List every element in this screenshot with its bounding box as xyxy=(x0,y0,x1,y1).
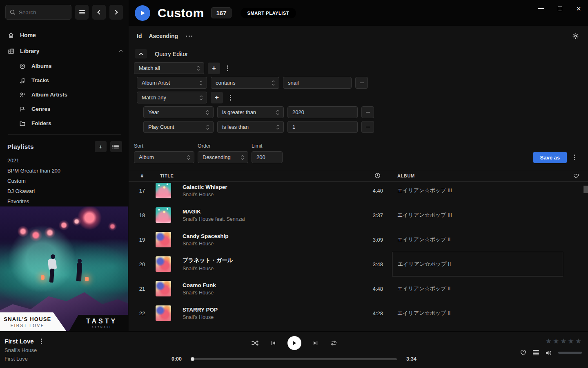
limit-input[interactable] xyxy=(252,151,283,163)
sidebar-item-album-artists[interactable]: Album Artists xyxy=(19,88,122,102)
table-row[interactable]: 18 MAGIKSnail’s House feat. Sennzai 3:37… xyxy=(129,203,588,227)
group-match-select[interactable]: Match any xyxy=(137,92,207,103)
volume-button[interactable] xyxy=(545,350,552,356)
root-match-select[interactable]: Match all xyxy=(134,62,204,74)
track-album-selected-cell[interactable]: エイリアン☆ポップ II xyxy=(392,252,563,276)
remove-rule-button[interactable] xyxy=(361,106,374,118)
next-button[interactable] xyxy=(312,340,319,346)
more-options-button[interactable] xyxy=(186,36,192,37)
repeat-button[interactable] xyxy=(330,340,337,346)
add-rule-button[interactable]: + xyxy=(211,92,223,103)
queue-button[interactable] xyxy=(533,350,539,356)
total-time: 3:34 xyxy=(403,356,416,362)
rule-operator-select[interactable]: is less than xyxy=(217,121,284,133)
track-album[interactable]: エイリアン☆ポップ II xyxy=(392,227,563,252)
volume-slider[interactable] xyxy=(558,352,582,354)
table-row[interactable]: 21 Cosmo FunkSnail’s House 4:48 エイリアン☆ポッ… xyxy=(129,276,588,301)
column-album[interactable]: ALBUM xyxy=(389,173,564,178)
now-playing-more-button[interactable] xyxy=(38,339,45,344)
track-artist[interactable]: Snail’s House xyxy=(183,266,352,272)
column-title[interactable]: TITLE xyxy=(156,173,352,178)
rule-field-select[interactable]: Play Count xyxy=(143,121,214,133)
add-playlist-button[interactable]: + xyxy=(95,141,107,152)
playlist-item[interactable]: Favorites xyxy=(7,196,121,206)
seek-handle[interactable] xyxy=(191,357,194,361)
track-album[interactable]: エイリアン☆ポップ II xyxy=(392,301,563,325)
save-more-button[interactable] xyxy=(570,152,578,163)
sidebar-item-home[interactable]: Home xyxy=(7,27,122,43)
play-pause-button[interactable] xyxy=(287,336,301,350)
minimize-button[interactable] xyxy=(532,0,550,17)
search-input[interactable] xyxy=(5,5,71,20)
save-as-button[interactable]: Save as xyxy=(533,152,567,163)
rule-operator-select[interactable]: is greater than xyxy=(217,106,284,118)
column-duration[interactable] xyxy=(352,173,389,179)
nav-forward-icon xyxy=(113,10,118,14)
playlist-item[interactable]: BPM Greater than 200 xyxy=(7,166,121,176)
order-select[interactable]: Descending xyxy=(198,151,248,163)
sidebar-item-tracks[interactable]: Tracks xyxy=(19,73,122,88)
group-more-button[interactable] xyxy=(224,63,231,74)
sidebar-item-folders[interactable]: Folders xyxy=(19,116,122,130)
sidebar-item-genres[interactable]: Genres xyxy=(19,102,122,116)
close-button[interactable]: × xyxy=(569,0,588,17)
now-playing-album[interactable]: First Love xyxy=(4,356,45,362)
nav-forward-button[interactable] xyxy=(109,5,123,20)
sidebar-item-library[interactable]: Library xyxy=(7,43,122,59)
nav-back-button[interactable] xyxy=(92,5,106,20)
sidebar-item-albums[interactable]: Albums xyxy=(19,59,122,73)
rule-field-select[interactable]: Year xyxy=(143,106,214,118)
group-more-button[interactable] xyxy=(227,92,234,103)
playlist-item[interactable]: DJ Okawari xyxy=(7,186,121,196)
track-artist[interactable]: Snail’s House xyxy=(183,290,352,296)
track-artist[interactable]: Snail’s House feat. Sennzai xyxy=(183,216,352,222)
track-artist[interactable]: Snail’s House xyxy=(183,314,352,320)
seek-bar[interactable] xyxy=(191,358,397,360)
table-row[interactable]: 19 Candy SpaceshipSnail’s House 3:09 エイリ… xyxy=(129,227,588,252)
sort-select[interactable]: Album xyxy=(134,151,194,163)
menu-button[interactable] xyxy=(75,5,89,20)
playlist-list-button[interactable] xyxy=(110,141,122,152)
sort-direction-button[interactable]: Ascending xyxy=(149,33,178,39)
rule-field-select[interactable]: Album Artist xyxy=(137,77,207,89)
rule-value-input[interactable] xyxy=(287,121,358,133)
favorite-button[interactable] xyxy=(520,349,527,356)
now-playing-album-art[interactable]: SNAIL'S HOUSE FIRST LOVE TASTY BSTMAXI xyxy=(0,206,128,331)
table-row[interactable]: 22 STARRY POPSnail’s House 4:28 エイリアン☆ポッ… xyxy=(129,301,588,325)
remove-rule-button[interactable] xyxy=(355,77,368,89)
track-album[interactable]: エイリアン☆ポップ III xyxy=(392,178,563,203)
rating-star-icon[interactable]: ★ xyxy=(553,338,559,345)
now-playing-title[interactable]: First Love xyxy=(4,338,34,345)
track-album[interactable]: エイリアン☆ポップ III xyxy=(392,203,563,227)
add-rule-button[interactable]: + xyxy=(208,63,220,74)
rule-operator-select[interactable]: contains xyxy=(211,77,279,89)
track-album[interactable]: エイリアン☆ポップ II xyxy=(392,276,563,301)
settings-button[interactable] xyxy=(572,33,579,40)
track-artist[interactable]: Snail’s House xyxy=(183,192,352,197)
column-index[interactable]: # xyxy=(129,173,156,178)
rating-star-icon[interactable]: ★ xyxy=(575,338,581,345)
track-artist[interactable]: Snail’s House xyxy=(183,241,352,247)
rating-stars[interactable]: ★★★★★ xyxy=(520,338,581,345)
column-favorite[interactable] xyxy=(564,173,588,179)
sort-field-button[interactable]: Id xyxy=(137,33,142,39)
rule-value-input[interactable] xyxy=(287,106,358,118)
table-row[interactable]: 20 プラネット・ガールSnail’s House 3:48 エイリアン☆ポップ… xyxy=(129,252,588,276)
previous-button[interactable] xyxy=(270,340,276,346)
table-scrollbar-thumb[interactable] xyxy=(584,186,588,193)
playlist-item[interactable]: Custom xyxy=(7,176,121,186)
rating-star-icon[interactable]: ★ xyxy=(546,338,552,345)
playlist-item[interactable]: 2021 xyxy=(7,155,121,166)
rating-star-icon[interactable]: ★ xyxy=(560,338,566,345)
search-field[interactable] xyxy=(19,9,67,16)
rating-star-icon[interactable]: ★ xyxy=(568,338,574,345)
query-editor-collapse-button[interactable] xyxy=(135,49,147,58)
shuffle-button[interactable] xyxy=(251,340,259,346)
play-playlist-button[interactable] xyxy=(135,5,150,21)
remove-rule-button[interactable] xyxy=(361,121,374,133)
collapse-chevron-icon[interactable] xyxy=(119,50,122,53)
now-playing-artist[interactable]: Snail’s House xyxy=(4,347,45,353)
rule-value-input[interactable] xyxy=(283,77,352,89)
maximize-button[interactable] xyxy=(550,0,569,17)
table-row[interactable]: 17 Galactic WhisperSnail’s House 4:40 エイ… xyxy=(129,178,588,203)
